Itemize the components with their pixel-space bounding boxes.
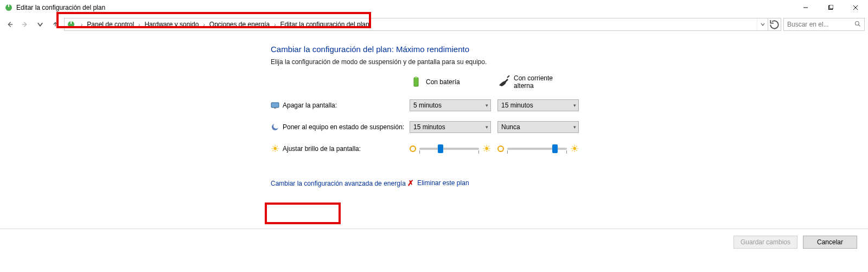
search-input[interactable]: Buscar en el... [783, 18, 865, 31]
svg-rect-13 [414, 78, 418, 86]
chevron-right-icon[interactable]: › [202, 22, 206, 28]
chevron-down-icon: ▾ [573, 103, 576, 108]
svg-rect-4 [829, 5, 833, 9]
moon-icon [271, 123, 279, 131]
settings-grid: Con batería Con corriente alterna Apagar… [271, 74, 868, 155]
column-header-battery: Con batería [410, 75, 491, 88]
content-area: Cambiar la configuración del plan: Máxim… [0, 34, 868, 187]
svg-rect-14 [415, 77, 417, 78]
chevron-down-icon: ▾ [486, 103, 488, 108]
address-bar[interactable]: › Panel de control › Hardware y sonido ›… [64, 18, 781, 31]
svg-rect-1 [8, 4, 9, 7]
svg-line-12 [859, 24, 860, 26]
breadcrumb-item[interactable]: Panel de control [84, 21, 137, 28]
bottom-button-bar: Guardar cambios Cancelar [0, 229, 868, 255]
row-label-display-off: Apagar la pantalla: [271, 101, 410, 110]
chevron-right-icon[interactable]: › [273, 22, 277, 28]
monitor-icon [271, 101, 279, 110]
navigation-bar: › Panel de control › Hardware y sonido ›… [0, 15, 868, 34]
sleep-battery-select[interactable]: 15 minutos ▾ [410, 121, 491, 133]
address-history-button[interactable] [757, 18, 768, 30]
svg-line-15 [507, 75, 509, 78]
window-title: Editar la configuración del plan [16, 4, 105, 11]
brightness-low-icon [497, 146, 504, 152]
sun-icon: ☀ [271, 144, 279, 153]
refresh-button[interactable] [768, 18, 781, 30]
brightness-high-icon: ☀ [482, 144, 491, 153]
chevron-down-icon: ▾ [486, 124, 488, 130]
breadcrumb-item[interactable]: Opciones de energía [206, 21, 273, 28]
search-placeholder: Buscar en el... [787, 21, 829, 28]
display-off-ac-select[interactable]: 15 minutos ▾ [497, 99, 579, 111]
delete-icon: ✗ [407, 179, 414, 187]
row-label-sleep: Poner al equipo en estado de suspensión: [271, 123, 410, 131]
page-subtitle: Elija la configuración de modo de suspen… [271, 58, 868, 66]
row-label-brightness: ☀ Ajustar brillo de la pantalla: [271, 144, 410, 153]
display-off-battery-select[interactable]: 5 minutos ▾ [410, 99, 491, 111]
search-icon [854, 21, 861, 29]
forward-button[interactable] [18, 18, 31, 31]
brightness-ac-slider[interactable]: ☀ [497, 143, 579, 155]
power-options-icon [4, 3, 13, 12]
delete-plan-link[interactable]: ✗ Eliminar este plan [407, 179, 469, 187]
save-button[interactable]: Guardar cambios [733, 236, 797, 249]
svg-point-11 [856, 21, 859, 25]
brightness-battery-slider[interactable]: ☀ [410, 143, 491, 155]
brightness-low-icon [410, 146, 416, 152]
back-button[interactable] [3, 18, 16, 31]
advanced-settings-link[interactable]: Cambiar la configuración avanzada de ene… [271, 180, 406, 187]
annotation-highlight-delete [265, 203, 341, 224]
maximize-button[interactable] [818, 0, 843, 15]
page-title: Cambiar la configuración del plan: Máxim… [271, 45, 868, 54]
up-button[interactable] [49, 18, 62, 31]
brightness-high-icon: ☀ [570, 144, 579, 153]
plug-icon [497, 75, 510, 88]
breadcrumb-item[interactable]: Hardware y sonido [141, 21, 202, 28]
close-button[interactable] [843, 0, 868, 15]
svg-rect-16 [271, 103, 279, 107]
cancel-button[interactable]: Cancelar [803, 236, 857, 249]
chevron-right-icon[interactable]: › [137, 22, 141, 28]
sleep-ac-select[interactable]: Nunca ▾ [497, 121, 579, 133]
svg-rect-17 [274, 107, 276, 109]
chevron-down-icon: ▾ [573, 124, 576, 130]
minimize-button[interactable] [793, 0, 818, 15]
svg-point-19 [273, 123, 279, 129]
svg-rect-10 [71, 21, 72, 24]
control-panel-icon [67, 20, 75, 29]
column-header-ac: Con corriente alterna [497, 74, 579, 90]
breadcrumb-item[interactable]: Editar la configuración del plan [277, 21, 373, 28]
battery-icon [410, 75, 423, 88]
titlebar: Editar la configuración del plan [0, 0, 868, 15]
recent-locations-button[interactable] [34, 18, 47, 31]
chevron-right-icon[interactable]: › [80, 22, 84, 28]
